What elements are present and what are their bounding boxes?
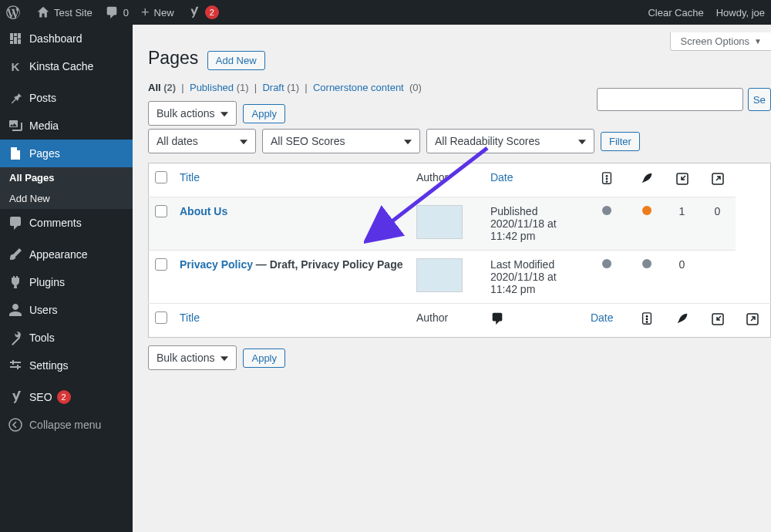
row-post-state: — Draft, Privacy Policy Page — [253, 258, 403, 271]
seo-indicator — [642, 259, 651, 268]
menu-seo[interactable]: SEO 2 — [0, 383, 133, 411]
menu-kinsta[interactable]: K Kinsta Cache — [0, 52, 133, 80]
site-name-link[interactable]: Test Site — [31, 0, 99, 25]
add-new-button[interactable]: Add New — [207, 51, 265, 70]
dashboard-icon — [8, 31, 23, 46]
filter-button[interactable]: Filter — [601, 132, 640, 151]
outgoing-links-icon — [710, 171, 726, 187]
new-content-link[interactable]: + New — [135, 0, 180, 25]
menu-collapse[interactable]: Collapse menu — [0, 411, 133, 439]
clear-cache-link[interactable]: Clear Cache — [641, 0, 709, 25]
page-icon — [8, 146, 23, 161]
seo-badge: 2 — [57, 390, 71, 404]
plus-icon: + — [141, 5, 150, 19]
row-title-link[interactable]: About Us — [180, 205, 227, 217]
wordpress-icon — [6, 5, 20, 19]
brush-icon — [8, 247, 23, 262]
seo-scores-select[interactable]: All SEO Scores — [262, 129, 420, 153]
svg-point-8 — [645, 315, 648, 318]
menu-users[interactable]: Users — [0, 296, 133, 324]
menu-appearance[interactable]: Appearance — [0, 241, 133, 268]
content-area: Screen Options ▼ Pages Add New Se All (2… — [133, 25, 771, 532]
menu-pages[interactable]: Pages — [0, 140, 133, 167]
search-button[interactable]: Se — [748, 88, 771, 111]
apply-button-bottom[interactable]: Apply — [243, 348, 285, 368]
bulk-actions-select-bottom[interactable]: Bulk actions — [148, 345, 237, 370]
outgoing-count — [700, 251, 736, 304]
screen-options-toggle[interactable]: Screen Options ▼ — [670, 32, 771, 51]
yoast-link[interactable]: 2 — [180, 0, 225, 25]
menu-comments-label: Comments — [29, 217, 82, 229]
menu-comments[interactable]: Comments — [0, 209, 133, 237]
incoming-links-icon — [710, 311, 726, 327]
comments-icon — [8, 215, 23, 231]
svg-point-2 — [605, 175, 608, 177]
submenu-add-new[interactable]: Add New — [0, 188, 133, 209]
pin-icon — [8, 90, 23, 106]
submenu-all-pages[interactable]: All Pages — [0, 167, 133, 188]
kinsta-icon: K — [8, 59, 23, 74]
comments-link[interactable]: 0 — [99, 0, 135, 25]
col-title-footer[interactable]: Title — [173, 304, 410, 338]
col-date-footer[interactable]: Date — [584, 304, 629, 338]
row-date: Published 2020/11/18 at 11:42 pm — [484, 197, 584, 251]
menu-posts[interactable]: Posts — [0, 84, 133, 112]
menu-plugins-label: Plugins — [29, 276, 65, 288]
col-outgoing-footer — [736, 304, 771, 338]
select-all-checkbox-footer[interactable] — [155, 311, 167, 324]
row-checkbox[interactable] — [155, 258, 167, 271]
howdy-label: Howdy, joe — [716, 7, 765, 19]
collapse-icon — [8, 417, 23, 433]
menu-media[interactable]: Media — [0, 112, 133, 140]
site-name-label: Test Site — [54, 7, 93, 19]
col-incoming-links — [665, 163, 700, 197]
menu-settings[interactable]: Settings — [0, 352, 133, 379]
menu-kinsta-label: Kinsta Cache — [29, 60, 93, 72]
menu-pages-label: Pages — [29, 147, 60, 160]
table-row: Privacy Policy — Draft, Privacy Policy P… — [149, 251, 771, 304]
comments-count: 0 — [123, 7, 129, 19]
howdy-link[interactable]: Howdy, joe — [710, 0, 771, 25]
menu-tools-label: Tools — [29, 332, 55, 344]
author-avatar — [416, 205, 463, 239]
new-label: New — [154, 7, 174, 19]
menu-dashboard[interactable]: Dashboard — [0, 25, 133, 52]
svg-point-9 — [645, 318, 648, 321]
view-draft[interactable]: Draft (1) — [262, 82, 299, 93]
row-checkbox[interactable] — [155, 205, 167, 217]
admin-sidebar: Dashboard K Kinsta Cache Posts Media Pag… — [0, 25, 133, 532]
tablenav-filters: All dates All SEO Scores All Readability… — [148, 129, 771, 153]
bulk-actions-select[interactable]: Bulk actions — [148, 101, 237, 126]
author-avatar — [416, 258, 463, 292]
view-all[interactable]: All (2) — [148, 82, 176, 93]
row-title-link[interactable]: Privacy Policy — [180, 258, 253, 271]
menu-media-label: Media — [29, 120, 59, 132]
menu-tools[interactable]: Tools — [0, 324, 133, 352]
view-cornerstone[interactable]: Cornerstone content (0) — [313, 82, 422, 93]
view-published[interactable]: Published (1) — [190, 82, 249, 93]
menu-plugins[interactable]: Plugins — [0, 268, 133, 296]
apply-button-top[interactable]: Apply — [243, 104, 285, 123]
select-all-checkbox[interactable] — [155, 171, 167, 184]
search-input[interactable] — [597, 88, 743, 111]
yoast-icon — [187, 5, 200, 19]
clear-cache-label: Clear Cache — [648, 7, 703, 19]
col-date[interactable]: Date — [484, 163, 584, 197]
menu-posts-label: Posts — [29, 92, 56, 104]
caret-down-icon: ▼ — [754, 37, 762, 45]
wp-logo[interactable] — [0, 0, 31, 25]
col-title[interactable]: Title — [173, 163, 410, 197]
menu-appearance-label: Appearance — [29, 248, 88, 261]
incoming-links-icon — [675, 171, 690, 187]
submenu-all-pages-label: All Pages — [9, 172, 55, 184]
comment-icon — [105, 5, 119, 19]
seo-indicator — [642, 206, 651, 215]
menu-seo-label: SEO — [29, 391, 52, 403]
menu-dashboard-label: Dashboard — [29, 32, 82, 45]
col-author: Author — [410, 163, 484, 197]
users-icon — [8, 302, 23, 318]
col-outgoing-links — [700, 163, 736, 197]
readability-select[interactable]: All Readability Scores — [426, 129, 594, 153]
dates-select[interactable]: All dates — [148, 129, 256, 153]
screen-options-label: Screen Options — [680, 35, 749, 47]
